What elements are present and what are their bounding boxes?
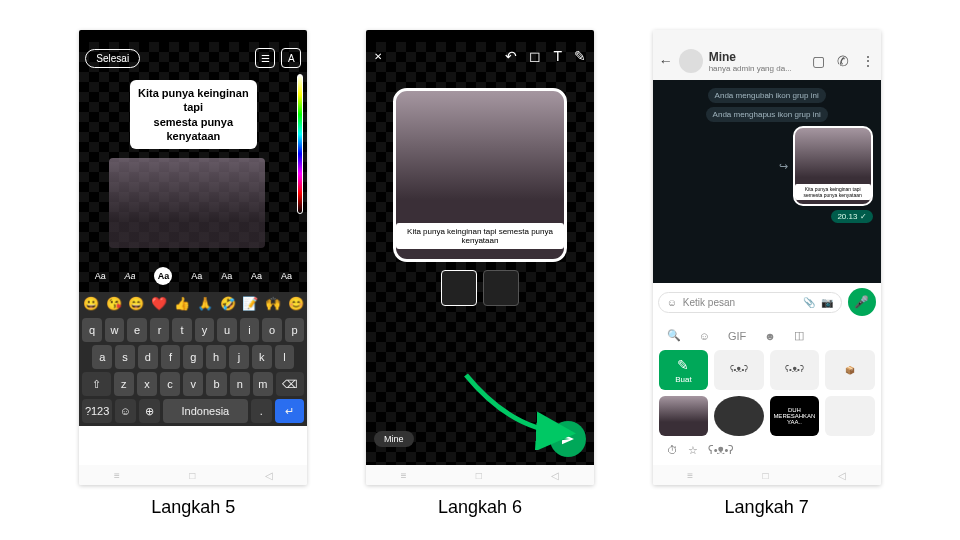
search-icon[interactable]: 🔍	[667, 329, 681, 342]
recent-icon[interactable]: ⏱	[667, 444, 678, 457]
key-symbols[interactable]: ?123	[82, 399, 112, 423]
key-c[interactable]: c	[160, 372, 180, 396]
close-icon[interactable]: ✕	[374, 51, 382, 62]
back-icon[interactable]: ←	[659, 53, 673, 69]
key-y[interactable]: y	[195, 318, 215, 342]
key-k[interactable]: k	[252, 345, 272, 369]
thumb-1[interactable]	[441, 270, 477, 306]
keyboard[interactable]: qwertyuiop asdfghjkl ⇧ zxcvbnm ⌫ ?123 ☺ …	[79, 314, 307, 426]
done-button[interactable]: Selesai	[85, 49, 140, 68]
key-x[interactable]: x	[137, 372, 157, 396]
android-navbar[interactable]: ≡□◁	[366, 465, 594, 485]
emoji-suggestions[interactable]: 😀😘😄❤️👍🙏🤣📝🙌😊	[79, 292, 307, 314]
sticker-preview: Kita punya keinginan tapi semesta punya …	[393, 88, 567, 262]
sticker-item[interactable]: ʕ•ᴥ•ʔ	[714, 350, 764, 390]
system-msg: Anda menghapus ikon grup ini	[706, 107, 828, 122]
key-enter[interactable]: ↵	[275, 399, 305, 423]
draw-tool-icon[interactable]: ✎	[574, 48, 586, 64]
key-backspace[interactable]: ⌫	[276, 372, 304, 396]
android-navbar[interactable]: ≡□◁	[653, 465, 881, 485]
key-i[interactable]: i	[240, 318, 260, 342]
key-e[interactable]: e	[127, 318, 147, 342]
status-bar	[79, 30, 307, 42]
key-space[interactable]: Indonesia	[163, 399, 247, 423]
sticker-item[interactable]	[659, 396, 709, 436]
more-icon[interactable]: ⋮	[861, 53, 875, 69]
key-n[interactable]: n	[230, 372, 250, 396]
avatar[interactable]	[679, 49, 703, 73]
key-o[interactable]: o	[262, 318, 282, 342]
font-picker[interactable]: Aa Aa Aa Aa Aa Aa Aa	[85, 266, 301, 286]
key-m[interactable]: m	[253, 372, 273, 396]
fav-icon[interactable]: ☆	[688, 444, 698, 457]
key-p[interactable]: p	[285, 318, 305, 342]
key-b[interactable]: b	[206, 372, 226, 396]
sticker-item[interactable]: DUH MERESAHKAN YAA..	[770, 396, 820, 436]
emoji-icon[interactable]: ☺	[667, 297, 677, 308]
key-q[interactable]: q	[82, 318, 102, 342]
call-icon[interactable]: ✆	[837, 53, 849, 69]
key-a[interactable]: a	[92, 345, 112, 369]
phone-step6: ✕ ↶ ◻ T ✎ Kita punya keinginan tapi seme…	[366, 30, 594, 485]
phone-step7: ← Mine hanya admin yang da... ▢ ✆ ⋮ Anda…	[653, 30, 881, 485]
thumbnail-row[interactable]	[441, 270, 519, 306]
emoji-tab-icon[interactable]: ☺	[699, 330, 710, 342]
avatar-tab-icon[interactable]: ☻	[764, 330, 776, 342]
key-u[interactable]: u	[217, 318, 237, 342]
message-placeholder: Ketik pesan	[683, 297, 735, 308]
message-input[interactable]: ☺ Ketik pesan 📎 📷	[658, 292, 842, 313]
sticker-item[interactable]	[825, 396, 875, 436]
system-msg: Anda mengubah ikon grup ini	[708, 88, 826, 103]
key-f[interactable]: f	[161, 345, 181, 369]
key-dot[interactable]: .	[251, 399, 272, 423]
sticker-item[interactable]: ʕ•ᴥ•ʔ	[770, 350, 820, 390]
chat-area: Anda mengubah ikon grup ini Anda menghap…	[653, 80, 881, 283]
crop-icon[interactable]: ◻	[529, 48, 541, 64]
camera-icon[interactable]: 📷	[821, 297, 833, 308]
sticker-item[interactable]: 📦	[825, 350, 875, 390]
chat-subtitle: hanya admin yang da...	[709, 64, 792, 73]
key-g[interactable]: g	[183, 345, 203, 369]
gif-tab[interactable]: GIF	[728, 330, 746, 342]
key-emoji[interactable]: ☺	[115, 399, 136, 423]
input-row: ☺ Ketik pesan 📎 📷 🎤	[653, 283, 881, 321]
pack-icon[interactable]: ʕ•ᴥ•ʔ	[708, 444, 735, 457]
key-shift[interactable]: ⇧	[82, 372, 110, 396]
key-z[interactable]: z	[114, 372, 134, 396]
mic-button[interactable]: 🎤	[848, 288, 876, 316]
key-h[interactable]: h	[206, 345, 226, 369]
sticker-panel: 🔍 ☺ GIF ☻ ◫ ✎Buat ʕ•ᴥ•ʔ ʕ•ᴥ•ʔ 📦 DUH MERE…	[653, 321, 881, 465]
recipient-chip[interactable]: Mine	[374, 431, 414, 447]
key-l[interactable]: l	[275, 345, 295, 369]
thumb-2[interactable]	[483, 270, 519, 306]
textstyle-icon[interactable]: A	[281, 48, 301, 68]
key-globe[interactable]: ⊕	[139, 399, 160, 423]
chat-header[interactable]: ← Mine hanya admin yang da... ▢ ✆ ⋮	[653, 42, 881, 80]
key-t[interactable]: t	[172, 318, 192, 342]
sticker-tab-icon[interactable]: ◫	[794, 329, 804, 342]
photo-preview	[109, 158, 265, 248]
attach-icon[interactable]: 📎	[803, 297, 815, 308]
key-s[interactable]: s	[115, 345, 135, 369]
create-sticker[interactable]: ✎Buat	[659, 350, 709, 390]
align-icon[interactable]: ☰	[255, 48, 275, 68]
forward-icon[interactable]: ↪	[779, 160, 788, 173]
sent-sticker[interactable]: Kita punya keinginan tapi semesta punya …	[793, 126, 873, 206]
undo-icon[interactable]: ↶	[505, 48, 517, 64]
key-v[interactable]: v	[183, 372, 203, 396]
android-navbar[interactable]: ≡□◁	[79, 465, 307, 485]
key-d[interactable]: d	[138, 345, 158, 369]
sticker-item[interactable]	[714, 396, 764, 436]
text-tool-icon[interactable]: T	[553, 48, 562, 64]
timestamp: 20.13 ✓	[831, 210, 872, 223]
key-w[interactable]: w	[105, 318, 125, 342]
sticker-caption: Kita punya keinginan tapi semesta punya …	[396, 223, 564, 249]
caption-7: Langkah 7	[725, 497, 809, 518]
videocall-icon[interactable]: ▢	[812, 53, 825, 69]
key-j[interactable]: j	[229, 345, 249, 369]
key-r[interactable]: r	[150, 318, 170, 342]
color-slider[interactable]	[297, 74, 303, 214]
text-overlay[interactable]: Kita punya keinginan tapi semesta punya …	[130, 80, 257, 149]
caption-6: Langkah 6	[438, 497, 522, 518]
caption-5: Langkah 5	[151, 497, 235, 518]
